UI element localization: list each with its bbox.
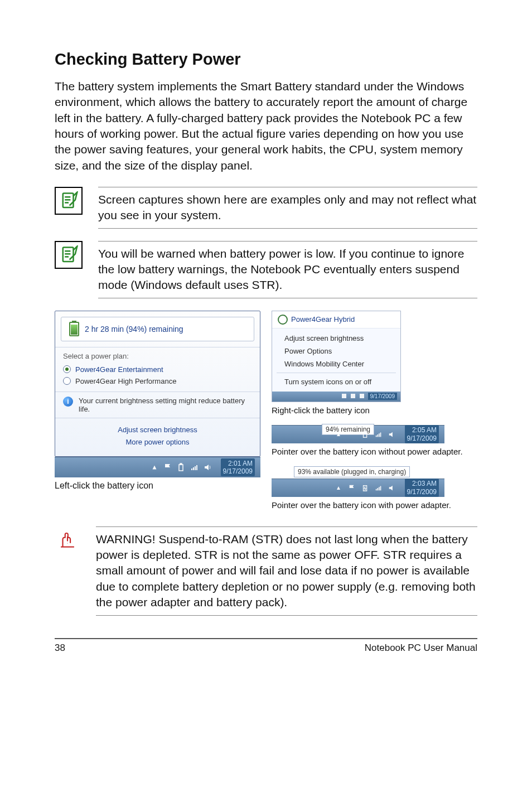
svg-rect-23 [377,434,378,437]
svg-marker-27 [337,486,340,490]
tiny-taskbar: 9/17/2009 [272,392,400,402]
svg-rect-18 [360,394,364,398]
show-hidden-icon[interactable] [149,462,159,472]
footer-label: Notebook PC User Manual [365,642,477,654]
ctx-adjust-brightness[interactable]: Adjust screen brightness [272,332,400,345]
svg-rect-30 [377,488,378,490]
clipboard-pencil-icon [59,245,78,264]
caption-right-click: Right-click the battery icon [272,405,477,415]
caption-pointer-unplugged: Pointer over the battery icon without po… [272,447,477,456]
warning-text: WARNING! Suspend-to-RAM (STR) does not l… [96,526,477,616]
svg-rect-17 [351,394,355,398]
ctx-mobility-center[interactable]: Windows Mobility Center [272,357,400,370]
power-plan-option[interactable]: Power4Gear Entertainment [63,364,252,375]
show-hidden-icon[interactable] [333,483,344,493]
warning-icon [55,526,80,552]
svg-marker-33 [389,485,392,490]
svg-rect-31 [379,487,380,490]
svg-rect-12 [193,467,194,470]
taskbar: 2:01 AM 9/17/2009 [55,457,260,477]
taskbar-clock[interactable]: 2:05 AM 9/17/2009 [405,425,439,443]
tray-icon [341,393,348,400]
svg-rect-25 [380,432,381,437]
svg-rect-16 [342,394,346,398]
battery-tray-icon[interactable] [360,429,370,439]
context-menu-header[interactable]: Power4Gear Hybrid [272,311,400,328]
note-text: You will be warned when battery power is… [98,241,477,298]
power-plan-label: Power4Gear High Performance [75,377,176,385]
note-text: Screen captures shown here are examples … [98,187,477,229]
clipboard-pencil-icon [59,191,78,210]
svg-rect-14 [196,465,197,470]
power-plan-label: Power4Gear Entertainment [75,365,163,374]
network-icon[interactable] [190,462,200,472]
ctx-power-options[interactable]: Power Options [272,345,400,357]
battery-icon [69,322,79,336]
gear-icon [278,315,288,325]
svg-marker-15 [205,465,209,470]
svg-rect-24 [379,433,380,437]
note-icon [55,241,83,269]
svg-rect-20 [363,432,366,437]
svg-rect-13 [195,466,196,470]
battery-remaining-text: 2 hr 28 min (94%) remaining [85,325,183,334]
intro-paragraph: The battery system implements the Smart … [55,79,477,173]
svg-marker-19 [337,433,340,436]
flag-icon[interactable] [347,483,357,493]
svg-marker-26 [389,432,392,437]
power-popup: 2 hr 28 min (94%) remaining Select a pow… [55,311,260,457]
battery-remaining-bubble: 2 hr 28 min (94%) remaining [61,317,254,341]
network-icon[interactable] [374,429,384,439]
flag-icon[interactable] [347,429,357,439]
svg-rect-32 [380,486,381,490]
volume-icon[interactable] [387,429,397,439]
page-number: 38 [55,642,65,654]
radio-selected-icon [63,365,71,373]
page-title: Checking Battery Power [55,50,477,69]
tray-icon [350,393,357,400]
svg-rect-10 [180,463,182,465]
caption-left-click: Left-click the battery icon [55,481,260,491]
tiny-date: 9/17/2009 [368,393,398,400]
svg-marker-8 [152,465,156,469]
taskbar-clock[interactable]: 2:03 AM 9/17/2009 [405,479,439,497]
show-hidden-icon[interactable] [333,429,344,439]
svg-rect-22 [375,436,376,437]
brightness-tip-text: Your current brightness setting might re… [79,397,252,413]
radio-unselected-icon [63,377,71,385]
volume-icon[interactable] [387,483,397,493]
info-icon: i [63,397,73,407]
power-plan-option[interactable]: Power4Gear High Performance [63,375,252,387]
battery-context-menu: Power4Gear Hybrid Adjust screen brightne… [272,311,401,402]
battery-tooltip: 93% available (plugged in, charging) [294,466,410,477]
svg-rect-21 [364,431,366,432]
warning-hand-icon [58,530,77,549]
svg-rect-11 [191,468,192,470]
taskbar-clock[interactable]: 2:01 AM 9/17/2009 [221,458,255,477]
more-power-options-link[interactable]: More power options [55,436,260,448]
adjust-brightness-link[interactable]: Adjust screen brightness [55,424,260,436]
network-icon[interactable] [374,483,384,493]
svg-rect-29 [375,489,376,491]
svg-rect-9 [179,465,183,471]
power-plan-header: Select a power plan: [63,352,252,360]
volume-icon[interactable] [203,462,213,472]
flag-icon[interactable] [163,462,173,472]
caption-pointer-plugged: Pointer over the battery icon with power… [272,500,477,510]
note-icon [55,187,83,215]
battery-tray-icon[interactable] [176,462,186,472]
battery-charging-tray-icon[interactable] [360,483,370,493]
tray-icon [359,393,366,400]
ctx-system-icons[interactable]: Turn system icons on or off [272,375,400,388]
taskbar: 2:03 AM 9/17/2009 [272,479,444,497]
